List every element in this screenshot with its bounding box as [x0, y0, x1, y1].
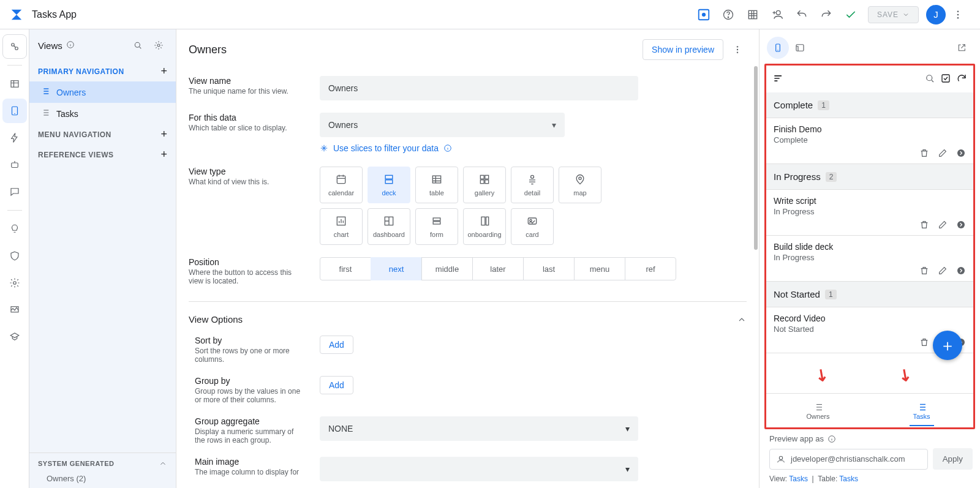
views-item-tasks[interactable]: Tasks — [29, 103, 176, 124]
preview-card[interactable]: Build slide deckIn Progress — [766, 236, 973, 282]
pos-menu[interactable]: menu — [574, 257, 625, 280]
pos-later[interactable]: later — [472, 257, 524, 280]
row-view-type: View type What kind of view this is. cal… — [176, 160, 759, 251]
rail-manage-icon[interactable] — [2, 298, 27, 322]
sort-by-add-button[interactable]: Add — [320, 336, 353, 354]
device-tablet-icon[interactable] — [789, 37, 811, 59]
add-primary-view-icon[interactable]: + — [160, 65, 167, 78]
for-data-select[interactable]: Owners ▾ — [320, 113, 565, 137]
main-image-help: The image column to display for — [195, 468, 305, 476]
rail-chat-icon[interactable] — [2, 179, 27, 204]
add-menu-view-icon[interactable]: + — [160, 128, 167, 141]
grid-icon[interactable] — [741, 2, 765, 27]
preview-search-icon[interactable] — [924, 73, 935, 86]
vt-onboarding[interactable]: onboarding — [463, 208, 506, 245]
pos-first[interactable]: first — [320, 257, 371, 280]
rail-bots-icon[interactable] — [2, 152, 27, 177]
rail-settings-icon[interactable] — [2, 271, 27, 295]
vt-gallery[interactable]: gallery — [463, 167, 506, 203]
apply-button[interactable]: Apply — [933, 448, 973, 470]
preview-checkbox-icon[interactable] — [940, 73, 951, 86]
edit-icon[interactable] — [938, 266, 948, 277]
more-vert-icon[interactable] — [946, 2, 970, 27]
preview-card[interactable]: Finish DemoComplete — [766, 118, 973, 164]
pos-ref[interactable]: ref — [625, 257, 676, 280]
preview-group-header[interactable]: In Progress2 — [766, 164, 973, 190]
chevron-right-icon[interactable] — [956, 220, 966, 231]
section-reference: REFERENCE VIEWS + — [29, 145, 176, 165]
group-agg-select[interactable]: NONE ▾ — [320, 416, 638, 441]
rail-security-icon[interactable] — [2, 244, 27, 268]
slices-link[interactable]: Use slices to filter your data — [320, 143, 452, 153]
open-external-icon[interactable] — [951, 37, 973, 59]
edit-icon[interactable] — [938, 220, 948, 231]
scrollbar[interactable] — [754, 66, 758, 482]
rail-views-icon[interactable] — [2, 99, 27, 123]
view-options-section[interactable]: View Options — [176, 312, 759, 329]
chevron-up-icon — [737, 315, 747, 325]
vt-form[interactable]: form — [415, 208, 458, 245]
vt-card[interactable]: card — [511, 208, 554, 245]
vt-dashboard[interactable]: dashboard — [368, 208, 410, 245]
svg-point-31 — [531, 175, 534, 178]
fab-add-button[interactable]: ＋ — [933, 331, 962, 360]
views-item-owners[interactable]: Owners — [29, 81, 176, 103]
bottom-tab-owners[interactable]: Owners — [766, 394, 870, 427]
vt-deck[interactable]: deck — [368, 167, 410, 203]
footer-view-link[interactable]: Tasks — [789, 475, 808, 483]
preview-toggle-icon[interactable] — [692, 2, 716, 27]
rail-intelligence-icon[interactable] — [2, 217, 27, 241]
bottom-tab-tasks[interactable]: Tasks — [870, 394, 973, 427]
search-icon[interactable] — [129, 37, 146, 54]
vt-map[interactable]: map — [559, 167, 601, 203]
rail-learn-icon[interactable] — [2, 325, 27, 349]
preview-as-email-value: jdeveloper@christianschalk.com — [791, 454, 905, 464]
help-icon[interactable] — [716, 2, 741, 27]
svg-point-50 — [779, 456, 782, 459]
footer-table-link[interactable]: Tasks — [839, 475, 858, 483]
preview-group-header[interactable]: Not Started1 — [766, 282, 973, 307]
pos-next[interactable]: next — [371, 257, 422, 280]
vt-chart[interactable]: chart — [320, 208, 363, 245]
chevron-right-icon[interactable] — [956, 266, 966, 277]
pos-middle[interactable]: middle — [421, 257, 473, 280]
chevron-right-icon[interactable] — [956, 148, 966, 160]
save-button[interactable]: SAVE — [868, 6, 919, 23]
preview-group-header[interactable]: Complete1 — [766, 92, 973, 118]
main-image-select[interactable]: ▾ — [320, 457, 638, 481]
system-sub-owners[interactable]: Owners (2) — [29, 474, 176, 488]
vt-detail[interactable]: detail — [511, 167, 554, 203]
redo-icon[interactable] — [814, 2, 839, 27]
delete-icon[interactable] — [919, 266, 929, 277]
pos-last[interactable]: last — [523, 257, 575, 280]
hamburger-icon[interactable] — [772, 72, 785, 86]
show-in-preview-button[interactable]: Show in preview — [643, 39, 723, 60]
svg-point-7 — [957, 13, 959, 15]
delete-icon[interactable] — [919, 220, 929, 231]
rail-actions-icon[interactable] — [2, 126, 27, 150]
add-ref-view-icon[interactable]: + — [160, 148, 167, 161]
add-user-icon[interactable] — [765, 2, 790, 27]
section-system-generated[interactable]: SYSTEM GENERATED — [29, 452, 176, 474]
preview-as-email-input[interactable]: jdeveloper@christianschalk.com — [769, 449, 928, 470]
main-more-icon[interactable] — [728, 40, 747, 59]
delete-icon[interactable] — [919, 337, 929, 349]
gear-icon[interactable] — [150, 37, 167, 54]
delete-icon[interactable] — [919, 148, 929, 160]
edit-icon[interactable] — [938, 148, 948, 160]
info-icon[interactable] — [827, 435, 836, 443]
avatar[interactable]: J — [926, 5, 946, 24]
preview-card[interactable]: Write scriptIn Progress — [766, 190, 973, 236]
group-by-add-button[interactable]: Add — [320, 376, 353, 394]
check-icon[interactable] — [839, 2, 863, 27]
info-icon[interactable] — [66, 40, 75, 51]
device-phone-icon[interactable] — [767, 37, 789, 59]
preview-refresh-icon[interactable] — [956, 73, 967, 86]
vt-calendar[interactable]: calendar — [320, 167, 363, 203]
svg-rect-11 — [11, 81, 18, 88]
rail-data-icon[interactable] — [2, 72, 27, 96]
vt-table[interactable]: table — [415, 167, 458, 203]
undo-icon[interactable] — [790, 2, 814, 27]
rail-home-icon[interactable] — [2, 34, 27, 59]
view-name-input[interactable] — [320, 76, 638, 100]
